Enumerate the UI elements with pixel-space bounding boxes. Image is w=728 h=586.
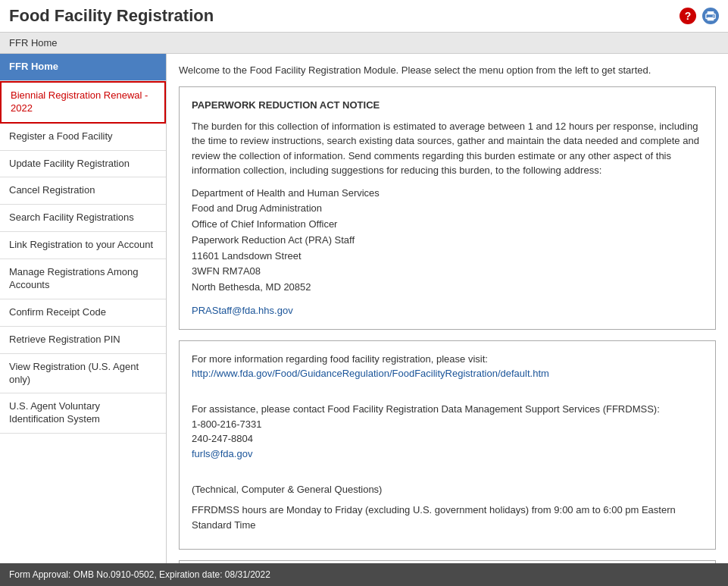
page-title: Food Facility Registration xyxy=(9,6,214,26)
assistance-text: For assistance, please contact Food Faci… xyxy=(192,387,703,462)
breadcrumb: FFR Home xyxy=(0,33,728,54)
address-line: Food and Drug Administration xyxy=(192,201,703,217)
header-icons: ? xyxy=(680,8,719,24)
address-line: Department of Health and Human Services xyxy=(192,186,703,202)
info-box: For more information regarding food faci… xyxy=(179,340,716,550)
main-layout: FFR HomeBiennial Registration Renewal - … xyxy=(0,54,728,586)
sidebar-item-cancel-registration[interactable]: Cancel Registration xyxy=(0,177,166,205)
sidebar-item-register-food-facility[interactable]: Register a Food Facility xyxy=(0,124,166,151)
address-line: North Bethesda, MD 20852 xyxy=(192,280,703,296)
help-icon[interactable]: ? xyxy=(680,8,696,24)
footer-text: Form Approval: OMB No.0910-0502, Expirat… xyxy=(9,569,270,580)
visit-text: For more information regarding food faci… xyxy=(192,352,703,381)
visit-link[interactable]: http://www.fda.gov/Food/GuidanceRegulati… xyxy=(192,368,549,379)
print-icon[interactable] xyxy=(702,8,719,24)
technical-text: (Technical, Computer & General Questions… xyxy=(192,467,703,497)
hours-text: FFRDMSS hours are Monday to Friday (excl… xyxy=(192,503,703,532)
sidebar-item-update-facility[interactable]: Update Facility Registration xyxy=(0,151,166,178)
sidebar-item-link-registration[interactable]: Link Registration to your Account xyxy=(0,232,166,259)
sidebar-item-us-agent[interactable]: U.S. Agent Voluntary Identification Syst… xyxy=(0,393,166,434)
paperwork-body: The burden for this collection of inform… xyxy=(192,119,703,178)
sidebar-item-manage-registrations[interactable]: Manage Registrations Among Accounts xyxy=(0,259,166,299)
svg-rect-2 xyxy=(708,17,714,20)
address-line: Office of Chief Information Officer xyxy=(192,217,703,233)
paperwork-box: PAPERWORK REDUCTION ACT NOTICE The burde… xyxy=(179,86,716,330)
sidebar-item-ffr-home[interactable]: FFR Home xyxy=(0,54,166,81)
paperwork-title: PAPERWORK REDUCTION ACT NOTICE xyxy=(192,98,703,113)
paperwork-address: Department of Health and Human ServicesF… xyxy=(192,186,703,296)
breadcrumb-text: FFR Home xyxy=(9,37,58,49)
sidebar-item-view-registration[interactable]: View Registration (U.S. Agent only) xyxy=(0,354,166,394)
svg-point-3 xyxy=(713,15,714,17)
sidebar-item-biennial-renewal[interactable]: Biennial Registration Renewal - 2022 xyxy=(0,81,166,124)
sidebar-item-retrieve-pin[interactable]: Retrieve Registration PIN xyxy=(0,327,166,354)
paperwork-email[interactable]: PRAStaff@fda.hhs.gov xyxy=(192,305,293,316)
address-line: 3WFN RM7A08 xyxy=(192,264,703,280)
sidebar-item-search-facility[interactable]: Search Facility Registrations xyxy=(0,205,166,232)
address-line: Paperwork Reduction Act (PRA) Staff xyxy=(192,233,703,249)
furls-email[interactable]: furls@fda.gov xyxy=(192,448,252,459)
sidebar: FFR HomeBiennial Registration Renewal - … xyxy=(0,54,167,586)
content-area: Welcome to the Food Facility Registratio… xyxy=(167,54,728,586)
sidebar-item-confirm-receipt[interactable]: Confirm Receipt Code xyxy=(0,299,166,327)
page-footer: Form Approval: OMB No.0910-0502, Expirat… xyxy=(0,563,728,586)
address-line: 11601 Landsdown Street xyxy=(192,249,703,265)
welcome-text: Welcome to the Food Facility Registratio… xyxy=(179,64,716,76)
page-header: Food Facility Registration ? xyxy=(0,0,728,33)
